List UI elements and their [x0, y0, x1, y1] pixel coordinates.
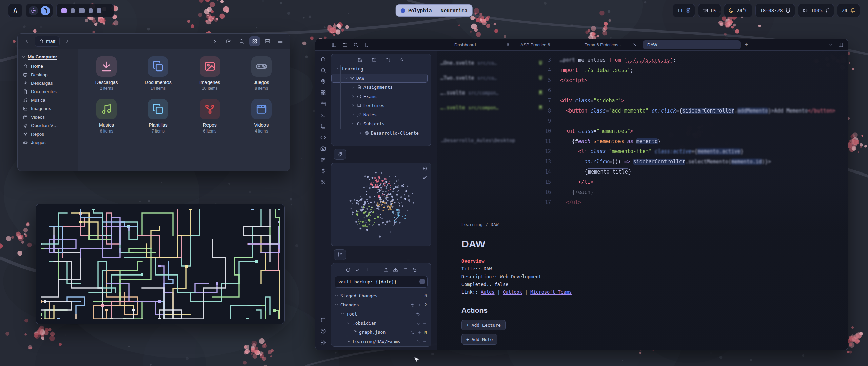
undo-icon[interactable]	[411, 303, 415, 307]
link-aules[interactable]: Aules	[481, 289, 495, 295]
git-check-button[interactable]	[355, 267, 360, 272]
terminal-view-button[interactable]	[211, 36, 221, 46]
ribbon-gear-button[interactable]	[320, 340, 326, 345]
workspace-glyph[interactable]	[71, 8, 75, 13]
ribbon-sliders-button[interactable]	[320, 157, 326, 163]
keyboard-layout-module[interactable]: US	[698, 4, 721, 17]
volume-module[interactable]: 100%	[798, 4, 834, 17]
dice-view-button[interactable]	[249, 36, 260, 46]
button-add-lecture[interactable]: + Add Lecture	[461, 320, 506, 330]
commit-message-input[interactable]	[335, 276, 428, 288]
graph-gear-button[interactable]	[422, 166, 428, 171]
ribbon-camera-button[interactable]	[320, 146, 326, 151]
tab-tema-6-pr-cticas[interactable]: Tema 6 Prácticas -…	[580, 40, 641, 49]
sidebar-item-home[interactable]: Home	[18, 62, 78, 70]
plus-icon[interactable]	[423, 321, 427, 325]
git-plus-button[interactable]	[364, 267, 370, 272]
git-dtray-button[interactable]	[393, 267, 398, 272]
git-minus-button[interactable]	[374, 267, 379, 272]
minus-icon[interactable]	[417, 294, 421, 298]
clock-module[interactable]: 18:08:28	[755, 4, 795, 17]
ribbon-search-button[interactable]	[320, 67, 326, 73]
tab-daw[interactable]: DAW	[643, 40, 741, 49]
ribbon-dice-button[interactable]	[320, 90, 326, 96]
folder-plantillas[interactable]: Plantillas 7 items	[132, 99, 184, 134]
git-list-button[interactable]	[402, 267, 408, 272]
swirl-button[interactable]	[29, 6, 38, 15]
link-outlook[interactable]: Outlook	[503, 289, 522, 295]
plus-icon[interactable]	[417, 303, 421, 307]
sidebar-item-videos[interactable]: Videos	[18, 113, 78, 121]
clear-input-button[interactable]	[419, 279, 425, 284]
breadcrumb-daw[interactable]: DAW	[491, 222, 498, 227]
plus-icon[interactable]	[423, 340, 427, 344]
notifications-module[interactable]: 24	[837, 4, 860, 17]
tree-item-assignments[interactable]: Assignments	[331, 83, 431, 92]
graph-brush-button[interactable]	[422, 175, 428, 180]
bookmark-view-icon[interactable]	[364, 42, 369, 47]
button-add-note[interactable]: + Add Note	[461, 334, 497, 345]
tab-asp-practice-6[interactable]: ASP Practice 6	[516, 40, 578, 49]
chevD-button[interactable]	[828, 42, 833, 47]
nav-forward-button[interactable]	[62, 36, 73, 46]
folderplus-button[interactable]	[372, 57, 377, 62]
workspace-glyph[interactable]	[89, 8, 93, 13]
folder-videos[interactable]: Videos 4 items	[236, 99, 287, 134]
folder-documentos[interactable]: Documentos 14 items	[132, 56, 184, 91]
folderplus-view-button[interactable]	[223, 36, 234, 46]
now-playing[interactable]: Polyphia - Neurotica	[396, 4, 473, 17]
undo-icon[interactable]	[411, 330, 415, 334]
tags-pane-button[interactable]	[334, 149, 346, 160]
plus-icon[interactable]	[423, 312, 427, 316]
git-branch-button[interactable]	[334, 249, 346, 260]
collapse-button[interactable]	[399, 57, 405, 62]
folder-juegos[interactable]: Juegos 8 items	[236, 56, 287, 91]
ribbon-scissors-button[interactable]	[320, 179, 326, 185]
sidebar-item-documentos[interactable]: Documentos	[18, 87, 78, 96]
sidebar-section-title[interactable]: My Computer	[18, 53, 78, 62]
breadcrumb-learning[interactable]: Learning	[461, 222, 483, 227]
git-undo-button[interactable]	[412, 267, 417, 272]
sort-button[interactable]	[386, 57, 391, 62]
layout-button[interactable]	[838, 42, 843, 47]
sidebar-item-desktop[interactable]: Desktop	[18, 70, 78, 79]
git-item-learning-daw-exams[interactable]: Learning/DAW/Exams	[335, 337, 428, 346]
local-graph[interactable]	[331, 163, 431, 245]
workspace-glyph[interactable]	[97, 8, 101, 13]
tree-item-desarrollo-cliente[interactable]: Desarrollo-Cliente	[331, 128, 431, 138]
undo-icon[interactable]	[416, 312, 420, 316]
updates-module[interactable]: 11	[673, 4, 695, 17]
nav-back-button[interactable]	[22, 36, 32, 46]
workspace-glyph[interactable]	[79, 8, 85, 13]
folder-descargas[interactable]: Descargas 2 items	[81, 56, 132, 91]
launcher-button[interactable]: Λ	[8, 4, 22, 17]
folder-imagenes[interactable]: Imagenes 10 items	[184, 56, 236, 91]
workspace-indicator[interactable]	[56, 4, 114, 17]
undo-icon[interactable]	[416, 321, 420, 325]
tree-item-subjects[interactable]: Subjects	[331, 119, 431, 128]
sidebar-item-imagenes[interactable]: Imagenes	[18, 104, 78, 113]
workspace-glyph[interactable]	[61, 8, 67, 13]
git-upload-button[interactable]	[383, 267, 389, 272]
git-item-changes[interactable]: Changes 2	[335, 300, 428, 309]
ribbon-home-button[interactable]	[320, 56, 326, 62]
rows-view-button[interactable]	[262, 36, 273, 46]
ribbon-code-button[interactable]	[320, 135, 326, 140]
search-view-icon[interactable]	[353, 42, 358, 47]
burger-view-button[interactable]	[275, 36, 286, 46]
sidebar-item-musica[interactable]: Musica	[18, 96, 78, 104]
weather-module[interactable]: 24°C	[724, 4, 752, 17]
edit-button[interactable]	[358, 57, 363, 62]
tree-item-daw[interactable]: DAW	[331, 74, 428, 83]
sidebar-item-juegos[interactable]: Juegos	[18, 138, 78, 147]
folder-musica[interactable]: Musica 6 items	[81, 99, 132, 134]
ribbon-dollar-button[interactable]	[320, 168, 326, 174]
git-item-graph-json[interactable]: graph.json M	[335, 328, 428, 337]
ribbon-calendar-button[interactable]	[320, 101, 326, 107]
sidebar-item-repos[interactable]: Repos	[18, 130, 78, 138]
search-view-button[interactable]	[236, 36, 247, 46]
ribbon-pin-button[interactable]	[320, 79, 326, 84]
plus-icon[interactable]	[417, 330, 421, 334]
folder-repos[interactable]: Repos 6 items	[184, 99, 236, 134]
sidebar-item-obsidian-v[interactable]: Obsidian V…	[18, 121, 78, 130]
